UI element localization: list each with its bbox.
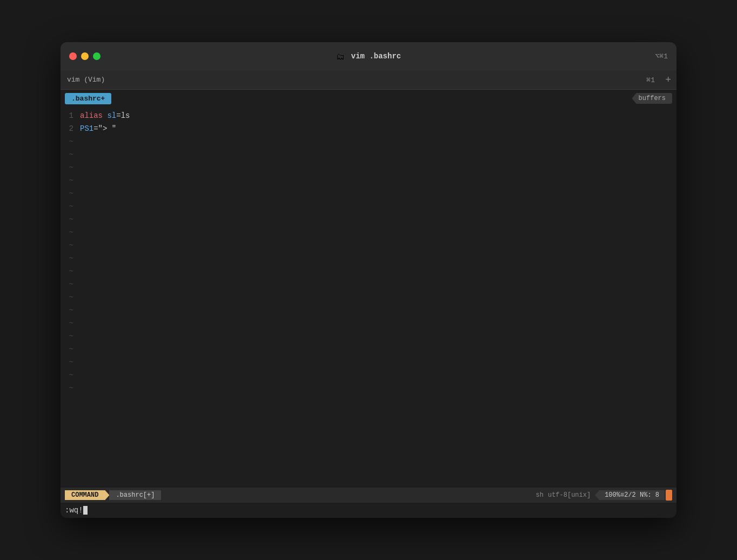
tilde-line: ~ — [61, 226, 676, 239]
line-content-1: alias sl=ls — [80, 109, 130, 122]
line-content-2: PS1="> " — [80, 122, 116, 135]
titlebar: 🗂 vim .bashrc ⌥⌘1 — [61, 42, 676, 70]
titlebar-center: 🗂 vim .bashrc — [336, 52, 401, 61]
tilde-line: ~ — [61, 343, 676, 356]
code-line-1: 1 alias sl=ls — [61, 109, 676, 122]
tilde-line: ~ — [61, 187, 676, 200]
tilde-line: ~ — [61, 252, 676, 265]
cmdline-input: :wq! — [65, 506, 83, 515]
tilde-line: ~ — [61, 304, 676, 317]
status-encoding: utf-8[unix] — [548, 491, 591, 499]
tilde-line: ~ — [61, 278, 676, 291]
tilde-line: ~ — [61, 174, 676, 187]
cmdline-text: :wq! — [65, 506, 88, 515]
titlebar-shortcut: ⌥⌘1 — [655, 52, 668, 61]
tilde-line: ~ — [61, 239, 676, 252]
cursor — [83, 506, 88, 515]
tabbar: vim (Vim) ⌘1 + — [61, 70, 676, 90]
vim-mode: COMMAND — [65, 490, 109, 500]
traffic-lights — [69, 52, 100, 60]
line-number-1: 1 — [61, 109, 80, 122]
tilde-line: ~ — [61, 265, 676, 278]
maximize-button[interactable] — [93, 52, 100, 60]
tilde-line: ~ — [61, 213, 676, 226]
tilde-line: ~ — [61, 135, 676, 148]
code-area[interactable]: 1 alias sl=ls 2 PS1="> " ~ ~ ~ ~ ~ ~ ~ ~… — [61, 107, 676, 488]
editor-header: .bashrc+ buffers — [61, 90, 676, 107]
command-line[interactable]: :wq! — [61, 503, 676, 518]
tilde-line: ~ — [61, 356, 676, 369]
status-indicator — [666, 490, 672, 501]
statusbar: COMMAND .bashrc[+] sh utf-8[unix] 100%≡2… — [61, 488, 676, 503]
status-filename: .bashrc[+] — [109, 490, 161, 500]
editor-area[interactable]: .bashrc+ buffers 1 alias sl=ls 2 PS1="> … — [61, 90, 676, 488]
tilde-line: ~ — [61, 161, 676, 174]
status-filetype: sh — [536, 491, 544, 499]
folder-icon: 🗂 — [336, 52, 347, 61]
tilde-line: ~ — [61, 330, 676, 343]
tilde-line: ~ — [61, 369, 676, 382]
close-button[interactable] — [69, 52, 77, 60]
tilde-line: ~ — [61, 148, 676, 161]
tab-shortcut: ⌘1 — [646, 76, 655, 84]
vim-window: 🗂 vim .bashrc ⌥⌘1 vim (Vim) ⌘1 + .bashrc… — [61, 42, 676, 518]
file-tab[interactable]: .bashrc+ — [65, 93, 111, 104]
tilde-line: ~ — [61, 317, 676, 330]
window-title: vim .bashrc — [351, 52, 401, 61]
tab-label: vim (Vim) — [67, 76, 105, 84]
tilde-line: ~ — [61, 382, 676, 395]
minimize-button[interactable] — [81, 52, 89, 60]
new-tab-button[interactable]: + — [665, 75, 671, 85]
tilde-line: ~ — [61, 200, 676, 213]
tilde-line: ~ — [61, 291, 676, 304]
line-number-2: 2 — [61, 122, 80, 135]
buffers-button[interactable]: buffers — [632, 93, 672, 104]
code-line-2: 2 PS1="> " — [61, 122, 676, 135]
status-position: 100%≡2/2 N%: 8 — [595, 490, 665, 500]
